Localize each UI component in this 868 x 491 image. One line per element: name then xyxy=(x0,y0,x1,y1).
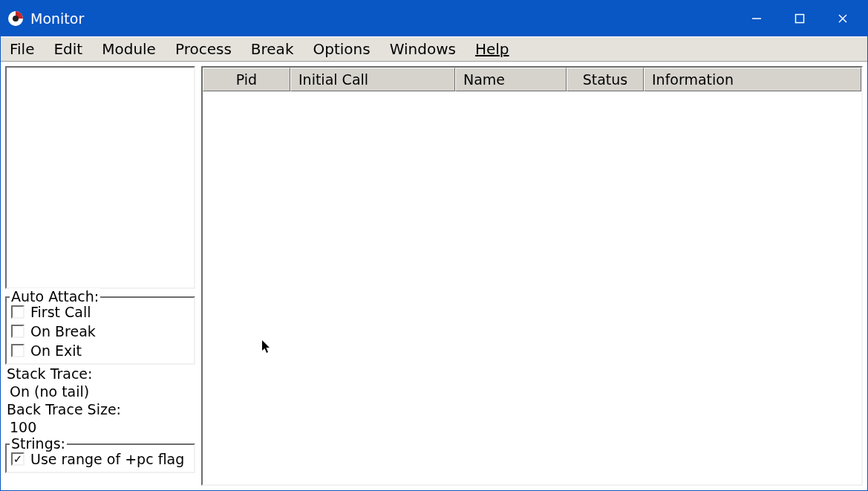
auto-attach-group: Auto Attach: First Call On Break On Exit xyxy=(5,296,195,365)
checkbox-icon xyxy=(11,344,25,357)
on-exit-checkbox[interactable]: On Exit xyxy=(11,341,189,360)
window: Monitor File Edit Module Process Break O… xyxy=(0,0,868,491)
strings-group: Strings: Use range of +pc flag xyxy=(5,443,195,473)
first-call-label: First Call xyxy=(30,304,91,320)
close-button[interactable] xyxy=(821,1,864,36)
svg-point-1 xyxy=(13,16,19,22)
svg-rect-3 xyxy=(796,15,804,23)
on-break-checkbox[interactable]: On Break xyxy=(11,322,189,341)
use-range-checkbox[interactable]: Use range of +pc flag xyxy=(11,449,189,469)
back-trace-size-value: 100 xyxy=(5,418,195,436)
on-break-label: On Break xyxy=(30,323,96,339)
menu-process[interactable]: Process xyxy=(172,39,235,59)
col-information[interactable]: Information xyxy=(644,68,861,91)
window-title: Monitor xyxy=(30,10,84,27)
module-list[interactable] xyxy=(5,66,195,289)
col-name[interactable]: Name xyxy=(455,68,567,91)
checkbox-icon xyxy=(11,325,25,338)
menu-edit[interactable]: Edit xyxy=(50,39,85,59)
table-header: Pid Initial Call Name Status Information xyxy=(203,68,861,91)
back-trace-size-label: Back Trace Size: xyxy=(5,400,195,418)
menu-options[interactable]: Options xyxy=(310,39,373,59)
right-panel: Pid Initial Call Name Status Information xyxy=(201,66,863,486)
col-initial-call[interactable]: Initial Call xyxy=(290,68,455,91)
minimize-button[interactable] xyxy=(735,1,778,36)
menubar: File Edit Module Process Break Options W… xyxy=(1,36,867,62)
stack-trace-label: Stack Trace: xyxy=(5,365,195,383)
menu-break[interactable]: Break xyxy=(248,39,297,59)
menu-help[interactable]: Help xyxy=(472,39,512,59)
use-range-label: Use range of +pc flag xyxy=(30,451,184,467)
table-body[interactable] xyxy=(203,91,861,484)
process-table[interactable]: Pid Initial Call Name Status Information xyxy=(201,66,863,486)
first-call-checkbox[interactable]: First Call xyxy=(11,302,189,322)
menu-windows[interactable]: Windows xyxy=(387,39,459,59)
col-pid[interactable]: Pid xyxy=(203,68,290,91)
maximize-button[interactable] xyxy=(778,1,821,36)
checkbox-icon xyxy=(11,452,25,466)
titlebar: Monitor xyxy=(1,1,867,36)
left-panel: Auto Attach: First Call On Break On Exit… xyxy=(5,66,195,486)
stack-trace-value: On (no tail) xyxy=(5,383,195,400)
on-exit-label: On Exit xyxy=(30,342,82,359)
checkbox-icon xyxy=(11,305,25,319)
auto-attach-legend: Auto Attach: xyxy=(10,288,100,305)
app-icon xyxy=(7,10,25,27)
strings-legend: Strings: xyxy=(10,435,67,452)
menu-file[interactable]: File xyxy=(7,39,37,59)
menu-module[interactable]: Module xyxy=(99,39,159,59)
client-area: Auto Attach: First Call On Break On Exit… xyxy=(1,62,867,490)
col-status[interactable]: Status xyxy=(567,68,644,91)
